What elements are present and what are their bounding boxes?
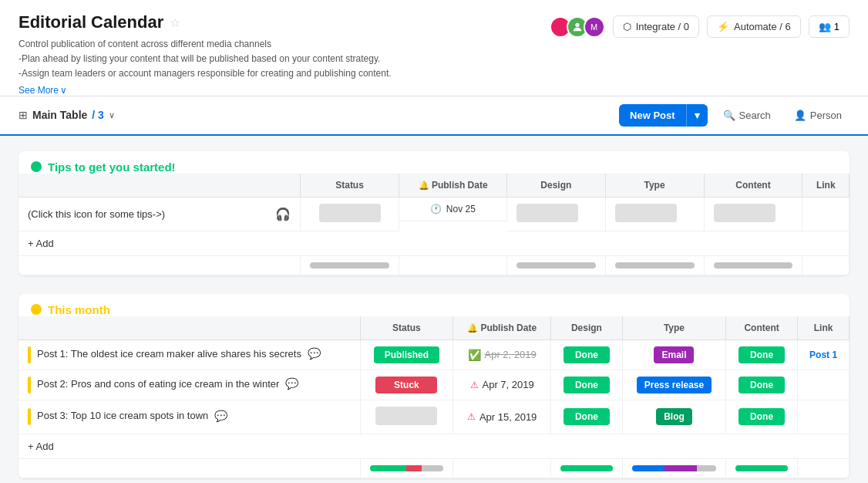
search-button[interactable]: 🔍 Search <box>715 105 779 126</box>
row-link-cell: Post 1 <box>798 339 849 370</box>
tips-row-cell: (Click this icon for some tips->) 🎧 <box>19 197 301 231</box>
th-item <box>19 316 360 340</box>
chat-icon[interactable]: 💬 <box>285 377 298 390</box>
content-badge: Done <box>738 377 785 393</box>
tips-summary-date <box>399 255 507 275</box>
row-title: Post 3: Top 10 ice cream spots in town <box>37 410 208 422</box>
row-title-cell: Post 2: Pros and cons of eating ice crea… <box>19 370 360 400</box>
this-month-table: Status 🔔 Publish Date Design Type Conten… <box>19 316 849 478</box>
chat-icon[interactable]: 💬 <box>214 410 227 422</box>
summary-content <box>726 458 798 478</box>
header-left: Editorial Calendar ☆ Control publication… <box>19 12 550 96</box>
row-content-cell: Done <box>726 370 798 400</box>
integrate-button[interactable]: ⬡ Integrate / 0 <box>613 15 699 38</box>
see-more-link[interactable]: See More ∨ <box>19 85 67 96</box>
headphone-icon[interactable]: 🎧 <box>275 207 291 221</box>
summary-link <box>798 458 849 478</box>
add-cell[interactable]: + Add <box>19 434 849 458</box>
chat-icon[interactable]: 💬 <box>308 347 321 360</box>
page-title: Editorial Calendar <box>19 12 163 32</box>
row-date: Apr 7, 2019 <box>483 379 534 390</box>
tips-section: Tips to get you started! Status 🔔 Publis… <box>19 151 849 275</box>
row-status-cell: Published <box>360 339 453 370</box>
tips-status-empty <box>319 204 381 222</box>
bell-icon: 🔔 <box>419 181 429 190</box>
row-title-cell: Post 3: Top 10 ice cream spots in town💬 <box>19 400 360 434</box>
chevron-down-icon[interactable]: ∨ <box>109 110 115 120</box>
this-month-section: This month Status 🔔 Publish Date Design … <box>19 294 849 478</box>
row-status-cell: Stuck <box>360 370 453 400</box>
app-header: Editorial Calendar ☆ Control publication… <box>0 0 868 96</box>
svg-point-0 <box>575 22 579 26</box>
new-post-label: New Post <box>619 104 686 127</box>
tips-summary-type <box>605 255 704 275</box>
type-empty <box>615 204 677 222</box>
tips-dot <box>31 161 42 172</box>
table-count: / 3 <box>92 109 104 121</box>
tips-table-header-row: Status 🔔 Publish Date Design Type Conten… <box>19 174 849 198</box>
row-date-cell: ✅Apr 2, 2019 <box>453 339 550 370</box>
row-link-cell <box>798 400 849 434</box>
design-badge: Done <box>564 346 610 363</box>
desc-line1: Control publication of content across di… <box>19 37 550 52</box>
table-row: Post 2: Pros and cons of eating ice crea… <box>19 370 849 400</box>
design-badge: Done <box>564 377 610 393</box>
table-row: Post 1: The oldest ice cream maker alive… <box>19 339 849 370</box>
new-post-button[interactable]: New Post ▾ <box>619 104 708 127</box>
this-month-table-wrapper: Status 🔔 Publish Date Design Type Conten… <box>19 316 849 478</box>
person-button[interactable]: 👤 Person <box>786 105 849 126</box>
new-post-dropdown-arrow[interactable]: ▾ <box>686 104 708 127</box>
tips-status-cell <box>301 197 399 231</box>
tips-add-cell[interactable]: + Add <box>19 231 849 255</box>
toolbar-left: ⊞ Main Table / 3 ∨ <box>19 109 115 121</box>
status-empty <box>375 407 437 425</box>
desc-line3: -Assign team leaders or account managers… <box>19 66 550 81</box>
row-title-cell: Post 1: The oldest ice cream maker alive… <box>19 339 360 370</box>
header-right: M ⬡ Integrate / 0 ⚡ Automate / 6 👥 1 <box>550 12 849 38</box>
automate-button[interactable]: ⚡ Automate / 6 <box>707 15 801 38</box>
lightning-icon: ⚡ <box>717 21 729 32</box>
clock-icon: 🕐 <box>430 204 442 214</box>
toolbar-right: New Post ▾ 🔍 Search 👤 Person <box>619 104 849 127</box>
status-badge: Stuck <box>375 377 437 393</box>
row-design-cell: Done <box>550 339 622 370</box>
tips-summary-link <box>802 255 849 275</box>
star-icon[interactable]: ☆ <box>170 15 180 30</box>
row-link-cell <box>798 370 849 400</box>
tips-summary-row <box>19 255 849 275</box>
summary-design <box>550 458 622 478</box>
summary-status <box>360 458 453 478</box>
th-design: Design <box>550 316 622 340</box>
this-month-section-header: This month <box>19 294 849 316</box>
tips-date: Nov 25 <box>446 204 476 214</box>
tips-table: Status 🔔 Publish Date Design Type Conten… <box>19 174 849 275</box>
users-button[interactable]: 👥 1 <box>809 15 849 38</box>
title-row: Editorial Calendar ☆ <box>19 12 550 32</box>
warning-icon: ⚠ <box>470 380 479 390</box>
this-month-title: This month <box>48 303 110 316</box>
content-badge: Done <box>738 346 785 363</box>
desc-line2: -Plan ahead by listing your content that… <box>19 52 550 66</box>
description: Control publication of content across di… <box>19 37 550 82</box>
tips-summary-item <box>19 255 301 275</box>
row-type-cell: Press release <box>622 370 725 400</box>
th-item <box>19 174 301 198</box>
th-link: Link <box>802 174 849 198</box>
this-month-add-row[interactable]: + Add <box>19 434 849 458</box>
row-date: Apr 2, 2019 <box>485 349 537 360</box>
tips-summary-content <box>704 255 802 275</box>
th-status: Status <box>301 174 399 198</box>
warning-icon: ⚠ <box>467 411 476 422</box>
design-badge: Done <box>564 408 610 425</box>
tips-row-text: (Click this icon for some tips->) <box>28 208 165 220</box>
row-indicator <box>28 408 31 425</box>
row-link[interactable]: Post 1 <box>809 350 837 360</box>
tips-add-row[interactable]: + Add <box>19 231 849 255</box>
this-month-summary-row <box>19 458 849 478</box>
tips-section-title: Tips to get you started! <box>48 160 176 174</box>
th-status: Status <box>360 316 453 340</box>
type-badge: Blog <box>656 408 692 425</box>
summary-date <box>453 458 550 478</box>
main-content: Tips to get you started! Status 🔔 Publis… <box>0 136 868 483</box>
toolbar: ⊞ Main Table / 3 ∨ New Post ▾ 🔍 Search 👤… <box>0 96 868 136</box>
